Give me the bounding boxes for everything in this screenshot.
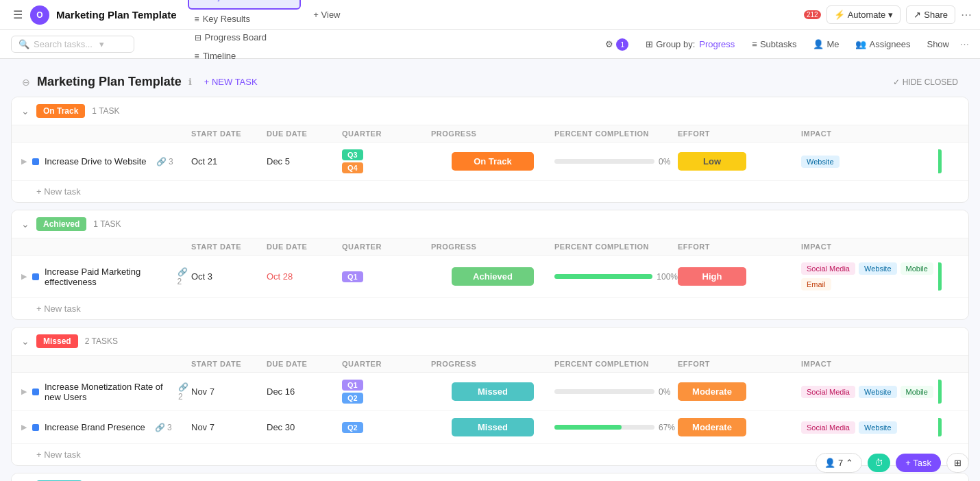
progress-bar	[554, 389, 654, 394]
impact-cell: Website	[801, 156, 938, 168]
task-count-badge[interactable]: 👤 7 ⌃	[816, 453, 862, 473]
col-task	[36, 243, 191, 251]
col-task	[36, 130, 191, 138]
task-color-dot	[32, 158, 39, 165]
col-due-date: DUE DATE	[267, 243, 342, 251]
col-start-date: START DATE	[191, 243, 267, 251]
task-name-cell: ▶ Increase Monetization Rate of new User…	[21, 382, 191, 402]
percent-cell: 100%	[554, 272, 678, 282]
group-by-icon: ⊞	[646, 39, 653, 49]
task-row[interactable]: ▶ Increase Brand Presence 🔗 3 Nov 7 Dec …	[12, 411, 968, 444]
new-task-row[interactable]: + New task	[12, 181, 968, 202]
page-header: ⊖ Marketing Plan Template ℹ + NEW TASK ✓…	[11, 67, 969, 97]
assignees-button[interactable]: 👥 Assignees	[850, 36, 916, 52]
nav-tab-timeline[interactable]: ≡Timeline	[188, 47, 302, 65]
section-missed: ⌄ Missed 2 TASKS START DATE DUE DATE QUA…	[11, 327, 969, 466]
progress-status: Missed	[452, 418, 534, 436]
view-button[interactable]: + View	[306, 5, 347, 24]
task-expand-icon[interactable]: ▶	[21, 157, 27, 166]
tab-more-objectives[interactable]: ⋯	[251, 0, 268, 4]
progress-bar-fill	[554, 425, 622, 430]
start-date: Nov 7	[191, 386, 267, 397]
quarter-cell: Q2	[342, 422, 431, 433]
hide-closed-button[interactable]: ✓ HIDE CLOSED	[893, 77, 958, 87]
new-task-row[interactable]: + New task	[12, 298, 968, 319]
section-toggle-achieved[interactable]: ⌄	[21, 219, 29, 230]
top-nav: ☰ O Marketing Plan Template 📄Getting Sta…	[0, 0, 980, 30]
start-date: Nov 7	[191, 422, 267, 432]
add-task-button[interactable]: + Task	[896, 454, 941, 472]
nav-tabs: 📄Getting Started Guide⊞Objectives⋯≡Key R…	[188, 0, 302, 65]
task-name: Increase Drive to Website	[45, 156, 147, 166]
impact-tag: Website	[859, 386, 897, 398]
effort-cell: Moderate	[678, 418, 801, 436]
user-icon: 👤	[824, 458, 835, 468]
impact-cell: Social MediaWebsiteMobile	[801, 386, 938, 398]
section-status-achieved: Achieved	[36, 217, 86, 231]
quarter-badge: Q3	[342, 149, 363, 160]
section-on-hold: ⌄ On Hold 1 TASK START DATE DUE DATE QUA…	[11, 473, 969, 481]
grid-icon: ⊞	[954, 458, 961, 468]
me-button[interactable]: 👤 Me	[807, 36, 844, 52]
group-by-button[interactable]: ⊞ Group by: Progress	[639, 36, 741, 53]
search-dropdown-icon[interactable]: ▾	[99, 39, 104, 49]
quarter-cell: Q3Q4	[342, 149, 431, 173]
effort-cell: High	[678, 267, 801, 286]
task-row[interactable]: ▶ Increase Monetization Rate of new User…	[12, 373, 968, 411]
share-icon: ↗	[914, 10, 921, 20]
impact-tag: Mobile	[901, 262, 933, 275]
col-percent: PERCENT COMPLETION	[554, 243, 678, 251]
percent-cell: 0%	[554, 157, 678, 166]
progress-bar	[554, 159, 654, 164]
toolbar-more-icon[interactable]: ⋯	[960, 39, 969, 49]
col-task	[36, 360, 191, 368]
page-title: Marketing Plan Template	[37, 75, 182, 89]
section-toggle-missed[interactable]: ⌄	[21, 336, 29, 347]
search-input[interactable]: 🔍 Search tasks... ▾	[11, 36, 134, 53]
task-row[interactable]: ▶ Increase Paid Marketing effectiveness …	[12, 256, 968, 298]
subtasks-button[interactable]: ≡ Subtasks	[746, 36, 802, 52]
section-count-missed: 2 TASKS	[85, 336, 118, 346]
progress-status: Achieved	[452, 267, 534, 286]
menu-button[interactable]: ☰	[8, 5, 27, 25]
section-toggle-on-track[interactable]: ⌄	[21, 106, 29, 116]
nav-tab-objectives[interactable]: ⊞Objectives⋯	[188, 0, 302, 10]
assignees-icon: 👥	[855, 39, 866, 49]
effort-badge: Low	[678, 152, 746, 171]
new-task-button[interactable]: + NEW TASK	[199, 74, 263, 90]
collapse-all-icon[interactable]: ⊖	[22, 77, 30, 88]
due-date: Oct 28	[267, 271, 342, 282]
share-button[interactable]: ↗ Share	[906, 5, 955, 24]
task-expand-icon[interactable]: ▶	[21, 272, 27, 281]
task-expand-icon[interactable]: ▶	[21, 423, 27, 432]
task-color-dot	[32, 273, 39, 280]
info-icon[interactable]: ℹ	[188, 77, 192, 87]
more-options-icon[interactable]: ⋯	[961, 8, 972, 21]
impact-tag: Email	[801, 278, 831, 291]
grid-view-button[interactable]: ⊞	[946, 453, 969, 473]
filter-button[interactable]: ⚙ 1	[600, 36, 634, 53]
task-row[interactable]: ▶ Increase Drive to Website 🔗 3 Oct 21 D…	[12, 143, 968, 181]
col-progress: PROGRESS	[431, 243, 554, 251]
col-impact: IMPACT	[801, 360, 938, 368]
col-quarter: QUARTER	[342, 243, 431, 251]
progress-bar	[554, 425, 654, 430]
percent-text: 0%	[659, 387, 678, 397]
due-date: Dec 5	[267, 156, 342, 166]
notification-badge[interactable]: 212	[804, 10, 821, 19]
column-headers: START DATE DUE DATE QUARTER PROGRESS PER…	[12, 125, 968, 143]
app-title: Marketing Plan Template	[56, 9, 177, 21]
section-count-on-track: 1 TASK	[92, 106, 119, 116]
timer-button[interactable]: ⏱	[868, 454, 890, 472]
col-impact: IMPACT	[801, 243, 938, 251]
start-date: Oct 21	[191, 156, 267, 166]
task-expand-icon[interactable]: ▶	[21, 387, 27, 396]
automate-button[interactable]: ⚡ Automate ▾	[826, 5, 901, 24]
tab-icon-progress-board: ⊟	[195, 33, 201, 42]
show-button[interactable]: Show	[921, 36, 955, 52]
nav-tab-progress-board[interactable]: ⊟Progress Board	[188, 28, 302, 47]
task-name: Increase Brand Presence	[45, 422, 145, 432]
quarter-cell: Q1	[342, 271, 431, 282]
nav-tab-key-results[interactable]: ≡Key Results	[188, 10, 302, 28]
quarter-badge: Q1	[342, 380, 363, 391]
